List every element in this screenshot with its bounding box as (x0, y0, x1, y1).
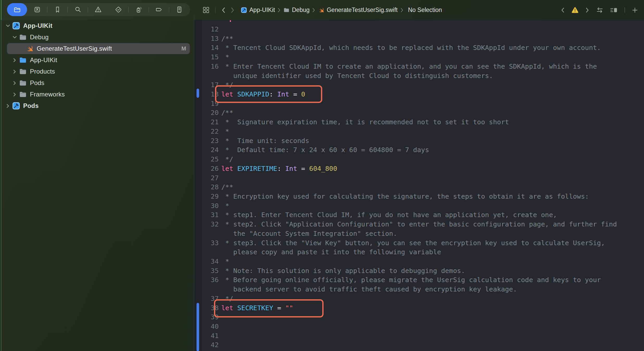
folder-gray-icon (18, 67, 27, 76)
line-number: 27 (201, 173, 219, 183)
debug-navigator-spray-icon[interactable] (129, 3, 149, 16)
tree-item-label: App-UIKit (23, 22, 52, 29)
code-line-40: 40 (194, 322, 644, 331)
code-text: please copy and paste it into the follow… (221, 247, 441, 257)
sidebar-item-debug[interactable]: Debug (0, 31, 194, 43)
code-line-15: 15 * (194, 52, 644, 62)
sidebar-item-pods[interactable]: Pods (0, 100, 194, 112)
code-text: * step1. Enter Tencent Cloud IM, if you … (221, 210, 557, 219)
go-forward-icon[interactable] (228, 7, 237, 14)
folder-gray-icon (18, 79, 27, 87)
code-text: * step3. Click the "View Key" button, yo… (221, 238, 605, 248)
code-line-wrap: unique identifier used by Tencent Cloud … (194, 71, 644, 80)
navigator-bar (7, 3, 190, 16)
chevron-right-icon[interactable] (5, 104, 10, 108)
mini-swift-icon (318, 7, 325, 14)
breadcrumb-item-generatetestusersig-swift[interactable]: GenerateTestUserSig.swift (318, 6, 397, 14)
swap-file-icon[interactable] (594, 6, 605, 14)
breadcrumb-item-debug[interactable]: Debug (283, 6, 310, 14)
editor-options-icon[interactable] (608, 6, 620, 14)
line-number: 36 (201, 275, 219, 284)
breadcrumb-label: GenerateTestUserSig.swift (327, 6, 397, 14)
tree-item-label: Pods (23, 102, 39, 109)
add-editor-icon[interactable] (630, 7, 640, 14)
code-line-20: 20/** (194, 108, 644, 117)
tree-item-label: Debug (30, 34, 49, 41)
code-text: * step2. Click "Application Configuratio… (221, 219, 617, 229)
sidebar-item-frameworks[interactable]: Frameworks (0, 89, 194, 100)
chevron-down-icon[interactable] (12, 36, 17, 39)
swift-icon (25, 44, 34, 53)
modified-badge: M (181, 45, 186, 52)
line-number: 20 (201, 108, 219, 117)
line-number: 26 (201, 164, 219, 173)
changes-navigator-changes-icon[interactable] (27, 3, 47, 16)
code-editor-surface[interactable]: 1213/**14 * Tencent Cloud SDKAppId, whic… (194, 20, 644, 351)
sidebar-item-generatetestusersig-swift[interactable]: GenerateTestUserSig.swiftM (0, 43, 194, 54)
code-text: * Default time: 7 x 24 x 60 x 60 = 60480… (221, 145, 429, 154)
code-line-25: 25 */ (194, 154, 644, 164)
breadcrumb-item-no-selection[interactable]: No Selection (406, 6, 442, 14)
line-number: 31 (201, 210, 219, 219)
bookmarks-navigator-bookmark-icon[interactable] (47, 3, 68, 16)
tests-navigator-test-icon[interactable] (108, 3, 129, 16)
code-text: backend server to avoid traffic theft ca… (221, 284, 517, 294)
project-navigator-tree: App-UIKitDebugGenerateTestUserSig.swiftM… (0, 20, 194, 351)
breadcrumb-separator-icon (277, 8, 281, 13)
breadcrumb-item-app-uikit[interactable]: App-UIKit (241, 6, 275, 14)
line-number: 30 (201, 201, 219, 210)
sidebar-item-products[interactable]: Products (0, 66, 194, 77)
related-items-grid-icon[interactable] (201, 6, 211, 14)
chevron-right-icon[interactable] (12, 81, 17, 85)
code-text: the "Account System Integration" section… (221, 229, 397, 238)
text-cursor (230, 20, 231, 22)
line-number: 28 (201, 182, 219, 192)
code-text: * Note: This solution is only applicable… (221, 266, 465, 275)
line-number: 34 (201, 257, 219, 266)
line-number: 15 (201, 52, 219, 62)
breakpoints-navigator-tag-icon[interactable] (149, 3, 169, 16)
code-text: */ (221, 154, 233, 164)
breadcrumb-label: Debug (292, 6, 310, 14)
code-text: * Before going online officially, please… (221, 275, 601, 284)
reports-navigator-report-icon[interactable] (169, 3, 190, 16)
code-line-36: 36 * Before going online officially, ple… (194, 275, 644, 284)
chevron-right-icon[interactable] (12, 92, 17, 97)
code-text: * (221, 257, 229, 266)
sidebar-item-pods[interactable]: Pods (0, 77, 194, 89)
code-line-wrap: the "Account System Integration" section… (194, 229, 644, 238)
code-line-26: 26let EXPIRETIME: Int = 604_800 (194, 164, 644, 173)
code-line-35: 35 * Note: This solution is only applica… (194, 266, 644, 275)
sidebar-item-app-uikit[interactable]: App-UIKit (0, 54, 194, 66)
issue-warning-icon[interactable] (570, 6, 580, 14)
find-navigator-search-icon[interactable] (68, 3, 88, 16)
issues-navigator-warning-icon[interactable] (88, 3, 108, 16)
project-navigator-folder-icon[interactable] (7, 3, 27, 16)
line-number: 25 (201, 154, 219, 164)
chevron-down-icon[interactable] (5, 24, 10, 27)
jumpbar-divider (215, 7, 216, 13)
code-text: /** (221, 34, 233, 43)
line-number: 14 (201, 43, 219, 52)
breadcrumb-label: No Selection (408, 6, 442, 14)
line-number: 32 (201, 219, 219, 229)
mini-folder-icon (283, 7, 290, 13)
next-issue-icon[interactable] (583, 7, 591, 13)
go-back-icon[interactable] (219, 7, 228, 14)
folder-gray-icon (18, 90, 27, 99)
breadcrumb-label: App-UIKit (249, 6, 275, 14)
code-line-42: 42 (194, 340, 644, 349)
code-line-34: 34 * (194, 257, 644, 266)
chevron-right-icon[interactable] (12, 58, 17, 62)
tree-item-label: Frameworks (30, 91, 65, 98)
code-text: let EXPIRETIME: Int = 604_800 (221, 164, 337, 173)
code-line-29: 29 * Encryption key used for calculating… (194, 192, 644, 201)
sidebar-item-app-uikit[interactable]: App-UIKit (0, 20, 194, 31)
tree-item-label: GenerateTestUserSig.swift (37, 45, 112, 52)
code-line-24: 24 * Default time: 7 x 24 x 60 x 60 = 60… (194, 145, 644, 154)
previous-issue-icon[interactable] (559, 7, 567, 13)
code-line-12: 12 (194, 24, 644, 34)
source-editor: App-UIKitDebugGenerateTestUserSig.swiftN… (194, 0, 644, 351)
line-number: 29 (201, 192, 219, 201)
chevron-right-icon[interactable] (12, 69, 17, 74)
